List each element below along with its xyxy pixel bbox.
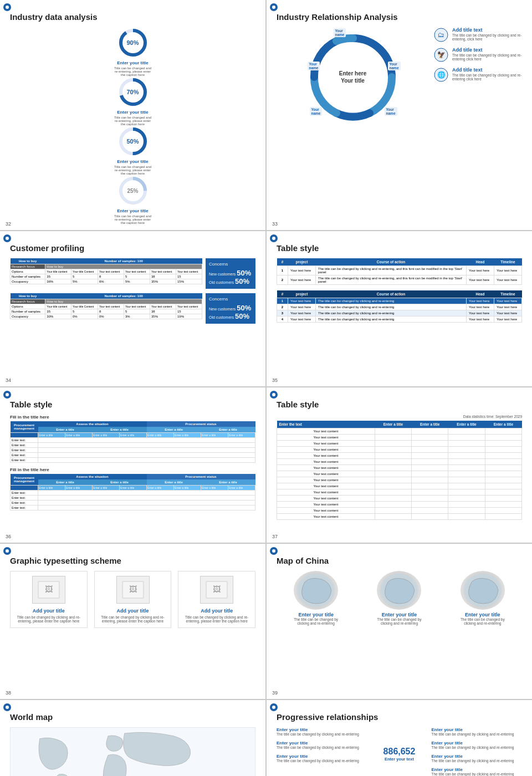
slide-icon-41 (270, 703, 278, 711)
th-action-2: Course of action (316, 290, 467, 298)
s39-map-1: Enter your title The title can be change… (291, 571, 341, 625)
slide-33: Industry Relationship Analysis Enter her… (267, 0, 532, 230)
map-circle-1 (294, 571, 338, 610)
s33-left: Enter hereYour title Yourname Yourname Y… (277, 27, 429, 127)
th-timeline-1: Timeline (494, 258, 522, 266)
svg-text:🖼: 🖼 (129, 585, 137, 594)
s39-map-3: Enter your title The title can be change… (458, 571, 508, 625)
image-placeholder-3: 🖼 (200, 576, 233, 604)
s33-add-title-3: Add title text (452, 67, 522, 73)
s38-card-2: 🖼 Add your title Title can be changed by… (94, 571, 172, 628)
map-title-3: Enter your title (465, 612, 500, 617)
concerns-label-2: Concerns (209, 297, 252, 302)
table-row: Your text content (277, 489, 522, 496)
slide-36-title: Table style (10, 400, 255, 409)
s37-data-table: Enter the text Enter a title Enter a tit… (277, 421, 522, 520)
svg-text:🗂: 🗂 (438, 31, 444, 39)
th-proc-status-1: Procurement status (147, 421, 255, 427)
table-row: Your text content (277, 471, 522, 477)
new-pct-2: 50% (237, 304, 251, 312)
s39-maps: Enter your title The title can be change… (277, 571, 522, 625)
td-how2b: How to buy (45, 299, 202, 304)
map-desc-3: The title can be changed by clicking and… (458, 617, 508, 625)
world-map-area: ⊕ Enter your title The title can be chan… (10, 727, 255, 776)
slide-icon-33 (270, 3, 278, 11)
prog-desc-r3: The title can be changed by clicking and… (432, 759, 523, 763)
map-desc-1: The title can be changed by clicking and… (291, 617, 341, 625)
slide-33-title: Industry Relationship Analysis (277, 12, 522, 22)
slide-34: Customer profiling How to buy Number of … (0, 231, 265, 386)
card-desc-1: Title can be changed by clicking and re-… (15, 615, 83, 623)
world-map-svg: ⊕ (11, 728, 255, 776)
svg-text:🌐: 🌐 (437, 70, 446, 79)
customer-table-2: How to buy Number of samples: 100 Resear… (10, 293, 202, 319)
s33-add-title-1: Add title text (452, 27, 522, 33)
donut-1: 90% Enter your title Title can be change… (10, 27, 255, 76)
s34-table-1: How to buy Number of samples: 100 Resear… (10, 258, 202, 289)
th-how-2: How to buy (11, 293, 45, 299)
big-number: 886,652 (383, 747, 416, 757)
slide-41-title: Progressive relationships (277, 712, 522, 722)
s33-icon-2: 🦅 (433, 47, 449, 63)
th-head-1: Head (467, 258, 494, 266)
s33-add-title-2: Add title text (452, 47, 522, 53)
donut-label-3: 50% (126, 138, 139, 145)
china-map-1 (294, 571, 338, 610)
slide-38-title: Graphic typesetting scheme (10, 556, 255, 565)
new-customers-2: New customers 50% (209, 304, 252, 312)
s41-left: Enter your title The title can be change… (277, 727, 367, 776)
donut-label-1: 90% (126, 39, 139, 46)
card-add-title-3: Add your title (201, 608, 233, 614)
old-customers-2: Old customers 50% (209, 312, 252, 320)
s33-text-3: Add title text The title can be changed … (452, 67, 522, 83)
map-circle-3 (461, 571, 505, 610)
prog-item-left-2: Enter your title The title can be change… (277, 741, 367, 749)
slide-icon-32 (3, 3, 11, 11)
slide-41: Progressive relationships Enter your tit… (267, 700, 532, 776)
donut-title-3: Enter your title (117, 159, 148, 164)
th-assess-2: Assess the situation (38, 474, 147, 479)
s33-icon-1: 🗂 (433, 27, 449, 43)
s33-text-1: Add title text The title can be changed … (452, 27, 522, 43)
th-enter-f: Enter a title (93, 479, 147, 486)
svg-text:🖼: 🖼 (213, 585, 221, 594)
image-placeholder-1: 🖼 (32, 576, 65, 604)
concerns-box-1: Concerns New customers 50% Old customers… (206, 258, 255, 289)
table-row: Enter text: (11, 458, 255, 463)
th-samples-2: Number of samples: 100 (45, 293, 202, 299)
prog-item-right-2: Enter your title The title can be change… (432, 741, 523, 749)
s36-proc-table-2: Procurement management Assess the situat… (10, 474, 255, 510)
table-row: Your text content (277, 453, 522, 459)
table-row: 2 Your text here The title can be change… (277, 275, 522, 285)
s33-desc-3: The title can be changed by clicking and… (452, 73, 522, 81)
prog-desc-l3: The title can be changed by clicking and… (277, 759, 367, 763)
donut-label-4: 25% (127, 188, 138, 194)
center-text: Enter hereYour title (339, 70, 366, 84)
s41-layout: Enter your title The title can be change… (277, 727, 522, 776)
slide-icon-37 (270, 391, 278, 399)
table-row: Your text content (277, 508, 522, 514)
slide-icon-35 (270, 234, 278, 242)
th-enter-a-1: Enter a title (38, 427, 93, 433)
slide-37-title: Table style (277, 400, 522, 409)
donut-title-2: Enter your title (117, 110, 148, 115)
donut-svg-2: 70% (117, 76, 149, 108)
node-bottom-left: Yourname (310, 107, 323, 116)
prog-desc-r4: The title can be changed by clicking and… (432, 772, 523, 776)
donut-title-1: Enter your title (117, 60, 148, 65)
s33-layout: Enter hereYour title Yourname Yourname Y… (277, 27, 522, 127)
table-row: Your text content (277, 441, 522, 447)
td-occupancy: Occupancy (11, 279, 45, 284)
td-focus: Research focus (11, 264, 45, 269)
td-opt-5: Your text content (150, 269, 176, 274)
new-pct-1: 50% (237, 269, 251, 277)
slide-32-title: Industry data analysis (10, 12, 255, 22)
prog-title-l3: Enter your title (277, 754, 367, 759)
s38-card-1: 🖼 Add your title Title can be changed by… (10, 571, 88, 628)
th-enter-title-3: Enter a title (448, 421, 485, 428)
s33-item-2: 🦅 Add title text The title can be change… (433, 47, 522, 63)
table-row: Enter text: (11, 438, 255, 443)
prog-title-r2: Enter your title (432, 741, 523, 746)
slide-35: Table style # project Course of action H… (267, 231, 532, 386)
concerns-label-1: Concerns (209, 262, 252, 267)
